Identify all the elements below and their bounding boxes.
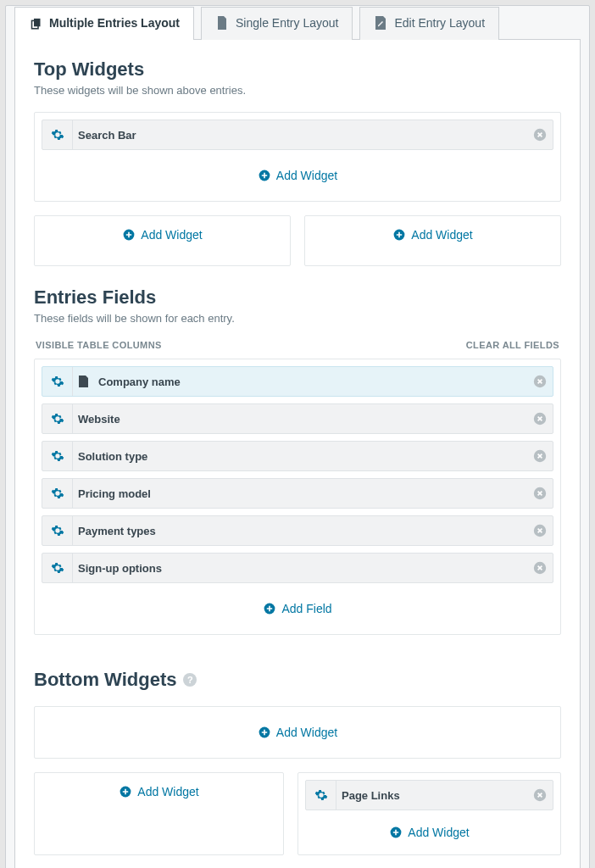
add-widget-button[interactable]: Add Widget bbox=[42, 714, 553, 751]
plus-circle-icon bbox=[392, 228, 406, 242]
help-icon[interactable]: ? bbox=[183, 673, 197, 687]
add-widget-label: Add Widget bbox=[276, 726, 337, 739]
field-remove-button[interactable] bbox=[527, 412, 553, 426]
field-settings-button[interactable] bbox=[42, 367, 73, 396]
field-row[interactable]: Sign-up options bbox=[42, 553, 553, 583]
plus-circle-icon bbox=[119, 785, 132, 798]
layout-editor-frame: Multiple Entries Layout Single Entry Lay… bbox=[5, 5, 590, 868]
gear-icon bbox=[51, 449, 64, 463]
gear-icon bbox=[51, 524, 64, 537]
widget-settings-button[interactable] bbox=[42, 120, 73, 149]
close-icon bbox=[533, 524, 547, 537]
document-icon bbox=[73, 376, 93, 387]
field-settings-button[interactable] bbox=[42, 479, 73, 508]
top-widgets-title: Top Widgets bbox=[34, 58, 561, 81]
top-widgets-columns: Add Widget Add Widget bbox=[34, 215, 561, 266]
plus-circle-icon bbox=[122, 228, 136, 242]
document-icon bbox=[215, 16, 229, 30]
tab-label: Single Entry Layout bbox=[236, 16, 338, 30]
field-settings-button[interactable] bbox=[42, 516, 73, 545]
panel-content: Top Widgets These widgets will be shown … bbox=[14, 39, 581, 868]
widget-remove-button[interactable] bbox=[527, 128, 553, 142]
bottom-widgets-col-left: Add Widget bbox=[34, 772, 284, 855]
add-field-button[interactable]: Add Field bbox=[42, 590, 553, 627]
widget-label: Search Bar bbox=[73, 129, 527, 142]
widget-row[interactable]: Search Bar bbox=[42, 120, 553, 150]
field-label: Company name bbox=[93, 376, 527, 388]
add-widget-label: Add Widget bbox=[276, 169, 337, 182]
plus-circle-icon bbox=[258, 726, 271, 739]
field-row[interactable]: Website bbox=[42, 403, 553, 434]
field-label: Website bbox=[73, 413, 527, 426]
add-widget-label: Add Widget bbox=[137, 785, 198, 798]
entries-meta-row: VISIBLE TABLE COLUMNS CLEAR ALL FIELDS bbox=[34, 340, 561, 350]
close-icon bbox=[533, 487, 547, 500]
field-remove-button[interactable] bbox=[527, 487, 553, 500]
tab-single-entry[interactable]: Single Entry Layout bbox=[201, 7, 353, 40]
top-widgets-col-left: Add Widget bbox=[34, 215, 291, 266]
visible-columns-label: VISIBLE TABLE COLUMNS bbox=[36, 340, 162, 350]
add-widget-button[interactable]: Add Widget bbox=[305, 216, 560, 253]
plus-circle-icon bbox=[263, 602, 276, 615]
plus-circle-icon bbox=[258, 169, 271, 182]
field-row[interactable]: Payment types bbox=[42, 515, 553, 546]
add-widget-label: Add Widget bbox=[408, 826, 469, 839]
tabs: Multiple Entries Layout Single Entry Lay… bbox=[6, 7, 589, 40]
entries-fields-desc: These fields will be shown for each entr… bbox=[34, 312, 561, 325]
close-icon bbox=[533, 412, 547, 426]
gear-icon bbox=[51, 561, 64, 575]
top-widgets-area: Search Bar Add Widget bbox=[34, 112, 561, 202]
gear-icon bbox=[51, 128, 64, 142]
tab-multiple-entries[interactable]: Multiple Entries Layout bbox=[14, 7, 194, 40]
bottom-widgets-title-text: Bottom Widgets bbox=[34, 669, 176, 691]
add-field-label: Add Field bbox=[281, 602, 331, 615]
entries-fields-title: Entries Fields bbox=[34, 287, 561, 309]
field-settings-button[interactable] bbox=[42, 554, 73, 582]
top-widgets-desc: These widgets will be shown above entrie… bbox=[34, 84, 561, 97]
gear-icon bbox=[314, 788, 328, 802]
gear-icon bbox=[51, 375, 64, 388]
add-widget-button[interactable]: Add Widget bbox=[35, 216, 290, 253]
field-row[interactable]: Pricing model bbox=[42, 478, 553, 509]
field-remove-button[interactable] bbox=[527, 524, 553, 537]
field-settings-button[interactable] bbox=[42, 442, 73, 470]
gear-icon bbox=[51, 487, 64, 500]
field-row[interactable]: Solution type bbox=[42, 441, 553, 471]
add-widget-label: Add Widget bbox=[411, 228, 472, 242]
bottom-widgets-title: Bottom Widgets ? bbox=[34, 669, 561, 691]
field-remove-button[interactable] bbox=[527, 561, 553, 575]
field-label: Pricing model bbox=[73, 487, 527, 500]
bottom-widgets-area: Add Widget bbox=[34, 706, 561, 759]
widget-settings-button[interactable] bbox=[306, 781, 336, 810]
tab-label: Edit Entry Layout bbox=[394, 16, 485, 30]
svg-rect-0 bbox=[34, 18, 41, 25]
widget-label: Page Links bbox=[336, 789, 527, 802]
field-label: Payment types bbox=[73, 525, 527, 537]
top-widgets-col-right: Add Widget bbox=[304, 215, 561, 266]
field-label: Solution type bbox=[73, 450, 527, 463]
bottom-widgets-col-right: Page Links Add Widget bbox=[298, 772, 561, 855]
field-label: Sign-up options bbox=[73, 562, 527, 575]
add-widget-button[interactable]: Add Widget bbox=[35, 773, 283, 810]
entries-fields-area: Company nameWebsiteSolution typePricing … bbox=[34, 359, 561, 635]
field-remove-button[interactable] bbox=[527, 449, 553, 463]
add-widget-label: Add Widget bbox=[141, 228, 202, 242]
gear-icon bbox=[51, 412, 64, 426]
close-icon bbox=[533, 449, 547, 463]
edit-document-icon bbox=[374, 16, 387, 30]
field-row[interactable]: Company name bbox=[42, 366, 553, 397]
bottom-widgets-columns: Add Widget Page Links Add Widget bbox=[34, 772, 561, 855]
copy-icon bbox=[29, 16, 42, 30]
add-widget-button[interactable]: Add Widget bbox=[305, 817, 553, 848]
field-settings-button[interactable] bbox=[42, 404, 73, 433]
tab-edit-entry[interactable]: Edit Entry Layout bbox=[359, 7, 499, 40]
widget-row[interactable]: Page Links bbox=[305, 780, 553, 810]
tab-label: Multiple Entries Layout bbox=[49, 16, 180, 30]
close-icon bbox=[533, 128, 547, 142]
widget-remove-button[interactable] bbox=[527, 788, 553, 802]
close-icon bbox=[533, 788, 547, 802]
field-remove-button[interactable] bbox=[527, 375, 553, 388]
add-widget-button[interactable]: Add Widget bbox=[42, 157, 553, 194]
clear-all-fields-button[interactable]: CLEAR ALL FIELDS bbox=[466, 340, 559, 350]
close-icon bbox=[533, 375, 547, 388]
